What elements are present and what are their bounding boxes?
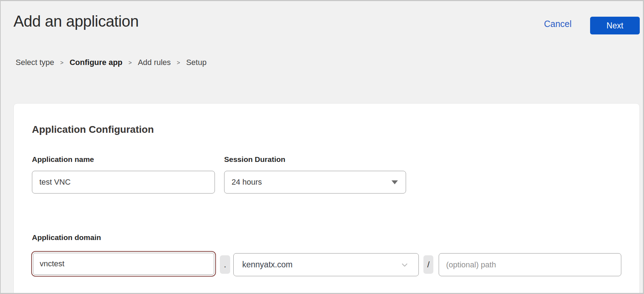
step-add-rules[interactable]: Add rules [138,58,171,67]
session-duration-selected-value: 24 hours [232,178,392,187]
cancel-button[interactable]: Cancel [544,19,572,29]
session-duration-select[interactable]: 24 hours [224,171,406,194]
application-name-input[interactable] [32,171,215,194]
page: Add an application Cancel Next Select ty… [0,0,644,294]
triangle-down-icon [392,180,398,184]
step-setup[interactable]: Setup [186,58,207,67]
subdomain-input-error-outline [31,251,216,277]
breadcrumb-separator: > [177,59,180,66]
domain-selected-value: kennyatx.com [242,260,401,270]
application-domain-label: Application domain [32,233,101,242]
step-configure-app[interactable]: Configure app [70,58,122,67]
subdomain-input[interactable] [33,253,214,275]
domain-select[interactable]: kennyatx.com [233,253,419,276]
application-name-label: Application name [32,155,94,164]
dot-separator: . [220,255,230,274]
breadcrumb-separator: > [60,59,63,66]
next-button[interactable]: Next [590,17,640,34]
step-select-type[interactable]: Select type [16,58,54,67]
session-duration-label: Session Duration [224,155,285,164]
breadcrumb-separator: > [128,59,132,66]
card-heading: Application Configuration [32,124,154,135]
path-input[interactable] [439,253,621,276]
page-title: Add an application [13,12,139,30]
chevron-down-icon [401,261,409,269]
slash-separator: / [423,255,433,274]
breadcrumb: Select type > Configure app > Add rules … [16,58,206,67]
